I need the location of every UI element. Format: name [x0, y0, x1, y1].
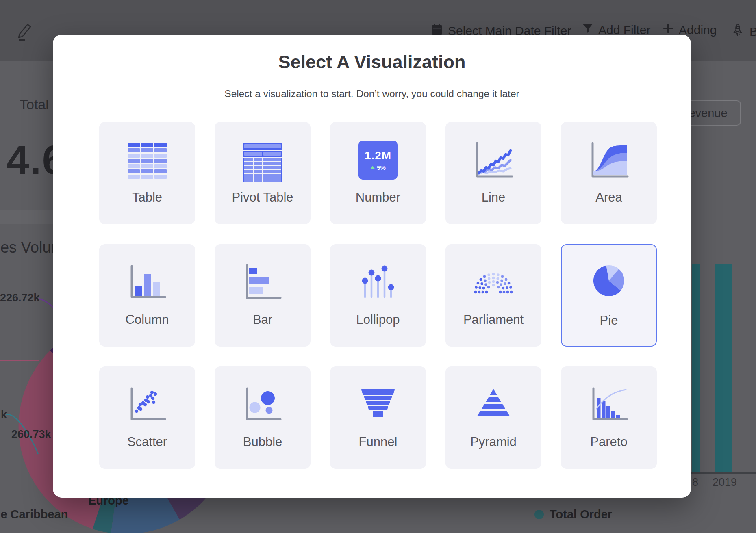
viz-tile-bar[interactable]: Bar [215, 244, 311, 347]
viz-tile-line[interactable]: Line [445, 122, 541, 224]
rocket-icon [731, 23, 745, 40]
pyramid-chart-icon [473, 384, 514, 425]
bar-chart-icon [242, 262, 283, 303]
toolbar-item-label: B [749, 25, 756, 39]
pie-slice-label: 260.73k [11, 428, 51, 441]
legend-item-total-order[interactable]: Total Order [534, 508, 612, 521]
viz-tile-label: Bar [215, 312, 311, 327]
viz-tile-pyramid[interactable]: Pyramid [445, 366, 541, 469]
viz-tile-pivot-table[interactable]: Pivot Table [215, 122, 311, 224]
number-icon-value: 1.2M [365, 149, 391, 162]
select-visualization-modal: Select A Visualization Select a visualiz… [53, 35, 691, 498]
boost-button[interactable]: B [731, 23, 756, 40]
bar-chart-bar [715, 264, 732, 472]
edit-pencil-icon[interactable] [15, 21, 33, 43]
viz-tile-label: Funnel [330, 435, 426, 449]
viz-tile-lollipop[interactable]: Lollipop [330, 244, 426, 347]
card-divider [0, 210, 53, 224]
viz-tile-bubble[interactable]: Bubble [215, 366, 311, 469]
viz-tile-label: Column [99, 312, 195, 327]
pie-slice-label: k [1, 409, 7, 421]
viz-tile-column[interactable]: Column [99, 244, 195, 347]
viz-tile-label: Lollipop [330, 312, 426, 327]
viz-tile-label: Pyramid [445, 435, 541, 449]
viz-tile-label: Line [445, 190, 541, 205]
viz-tile-label: Bubble [215, 435, 311, 449]
viz-tile-label: Parliament [445, 312, 541, 327]
lollipop-chart-icon [358, 262, 398, 303]
modal-subtitle: Select a visualization to start. Don’t w… [53, 88, 691, 100]
funnel-chart-icon [358, 384, 398, 425]
viz-tile-parliament[interactable]: Parliament [445, 244, 541, 347]
viz-tile-scatter[interactable]: Scatter [99, 366, 195, 469]
pie-slice-label: 226.72k [0, 292, 39, 304]
area-chart-icon [589, 140, 629, 180]
bar-chart-bar [692, 264, 700, 472]
viz-tile-label: Area [561, 190, 657, 205]
pareto-chart-icon [589, 384, 629, 425]
viz-tile-pareto[interactable]: Pareto [561, 366, 657, 469]
visualization-grid: Table Pivot Table [99, 122, 657, 469]
viz-tile-funnel[interactable]: Funnel [330, 366, 426, 469]
parliament-chart-icon [473, 262, 514, 303]
axis-tick-label: 8 [692, 476, 698, 489]
viz-tile-table[interactable]: Table [99, 122, 195, 224]
viz-tile-area[interactable]: Area [561, 122, 657, 224]
line-chart-icon [473, 140, 514, 180]
number-icon-percent: 5% [377, 164, 386, 171]
viz-tile-label: Pareto [561, 435, 657, 449]
column-chart-icon [127, 262, 167, 303]
pie-chart-icon [589, 263, 629, 303]
scatter-chart-icon [127, 384, 167, 425]
viz-tile-label: Number [330, 190, 426, 205]
legend-label: The Caribbean [0, 508, 68, 521]
pivot-table-icon [242, 142, 283, 183]
legend-item-caribbean[interactable]: The Caribbean [0, 508, 68, 521]
table-chart-icon [128, 143, 167, 184]
viz-tile-label: Pie [562, 313, 656, 328]
number-kpi-icon: 1.2M 5% [358, 141, 398, 181]
modal-title: Select A Visualization [53, 52, 691, 73]
viz-tile-label: Pivot Table [215, 190, 311, 205]
viz-tile-pie[interactable]: Pie [561, 244, 657, 347]
trend-up-icon [370, 166, 375, 169]
kpi-card-title: Total [20, 97, 49, 113]
axis-tick-label: 2019 [713, 476, 737, 489]
bubble-chart-icon [242, 384, 283, 425]
legend-label: Total Order [550, 508, 612, 521]
bar-chart-axis [686, 472, 756, 474]
viz-tile-label: Table [99, 190, 195, 205]
viz-tile-number[interactable]: 1.2M 5% Number [330, 122, 426, 224]
viz-tile-label: Scatter [99, 435, 195, 449]
legend-dot [534, 510, 544, 519]
